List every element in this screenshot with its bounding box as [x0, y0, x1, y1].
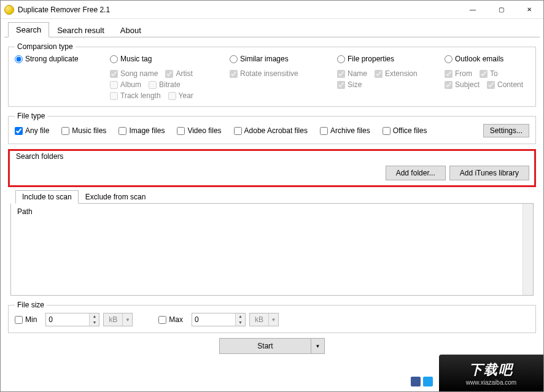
chevron-down-icon[interactable]: ▼ [236, 320, 245, 326]
check-song-name: Song name [110, 69, 158, 78]
check-min[interactable]: Min [15, 315, 37, 324]
main-tabs: Search Search result About [4, 21, 540, 37]
scrollbar[interactable] [523, 204, 533, 295]
add-folder-button[interactable]: Add folder... [386, 166, 446, 180]
check-music-files[interactable]: Music files [61, 126, 106, 135]
check-any-file[interactable]: Any file [15, 126, 49, 135]
check-album: Album [110, 80, 141, 89]
check-archive-files[interactable]: Archive files [320, 126, 370, 135]
file-size-legend: File size [15, 301, 47, 309]
scan-tabs: Include to scan Exclude from scan [15, 190, 534, 204]
close-button[interactable]: ✕ [515, 1, 543, 19]
path-column-header: Path [17, 207, 33, 216]
check-subject: Subject [445, 80, 480, 89]
start-button[interactable]: Start [219, 338, 311, 354]
min-unit-combo[interactable]: kB▼ [103, 313, 133, 326]
check-artist: Artist [165, 69, 192, 78]
maximize-button[interactable]: ▢ [487, 1, 515, 19]
check-track-length: Track length [110, 91, 161, 100]
tab-search[interactable]: Search [8, 22, 49, 37]
chevron-down-icon[interactable]: ▼ [268, 313, 278, 326]
start-dropdown[interactable]: ▼ [311, 338, 325, 354]
chevron-down-icon[interactable]: ▼ [90, 320, 99, 326]
search-folders-legend: Search folders [15, 152, 64, 161]
max-spinbox[interactable]: ▲▼ [192, 313, 246, 326]
max-input[interactable] [192, 313, 235, 326]
check-content: Content [487, 80, 523, 89]
window-title: Duplicate Remover Free 2.1 [18, 6, 459, 14]
tab-about[interactable]: About [112, 23, 149, 37]
max-unit-combo[interactable]: kB▼ [249, 313, 279, 326]
add-itunes-button[interactable]: Add iTunes library [449, 166, 529, 180]
file-type-group: File type Any file Music files Image fil… [8, 112, 536, 144]
check-extension: Extension [375, 69, 418, 78]
path-list[interactable]: Path [10, 204, 534, 296]
comparison-legend: Comparsion type [15, 42, 76, 51]
check-bitrate: Bitrate [149, 80, 181, 89]
check-office-files[interactable]: Office files [383, 126, 427, 135]
check-video-files[interactable]: Video files [177, 126, 221, 135]
radio-music-tag[interactable]: Music tag [110, 55, 225, 63]
radio-file-properties[interactable]: File properties [337, 55, 440, 63]
file-size-group: File size Min ▲▼ kB▼ Max ▲▼ kB▼ [8, 301, 536, 333]
check-from: From [445, 69, 472, 78]
minimize-button[interactable]: — [459, 1, 487, 19]
filetype-settings-button[interactable]: Settings... [483, 124, 529, 137]
min-spinbox[interactable]: ▲▼ [45, 313, 99, 326]
check-name: Name [337, 69, 367, 78]
min-input[interactable] [46, 313, 89, 326]
title-bar: Duplicate Remover Free 2.1 — ▢ ✕ [1, 1, 543, 19]
twitter-icon[interactable] [423, 377, 433, 386]
watermark: 下载吧 www.xiazaiba.com [439, 355, 543, 391]
check-to: To [480, 69, 498, 78]
file-type-legend: File type [15, 112, 47, 120]
check-acrobat-files[interactable]: Adobe Acrobat files [234, 126, 308, 135]
chevron-up-icon[interactable]: ▲ [90, 313, 99, 320]
comparison-type-group: Comparsion type Strong duplicate Music t… [8, 42, 536, 107]
check-max[interactable]: Max [158, 315, 183, 324]
tab-search-result[interactable]: Search result [49, 23, 112, 37]
check-rotate-insensitive: Rotate insensitive [230, 69, 332, 78]
search-folders-group: Search folders Add folder... Add iTunes … [8, 149, 536, 187]
radio-similar-images[interactable]: Similar images [230, 55, 332, 63]
chevron-down-icon[interactable]: ▼ [122, 313, 132, 326]
check-size: Size [337, 80, 362, 89]
check-image-files[interactable]: Image files [119, 126, 165, 135]
radio-outlook-emails[interactable]: Outlook emails [445, 55, 524, 63]
tab-exclude-from-scan[interactable]: Exclude from scan [79, 190, 153, 204]
tab-include-to-scan[interactable]: Include to scan [15, 190, 79, 204]
facebook-icon[interactable] [411, 377, 421, 386]
chevron-up-icon[interactable]: ▲ [236, 313, 245, 320]
radio-strong-duplicate[interactable]: Strong duplicate [15, 55, 105, 63]
app-icon [4, 5, 14, 15]
check-year: Year [168, 91, 193, 100]
